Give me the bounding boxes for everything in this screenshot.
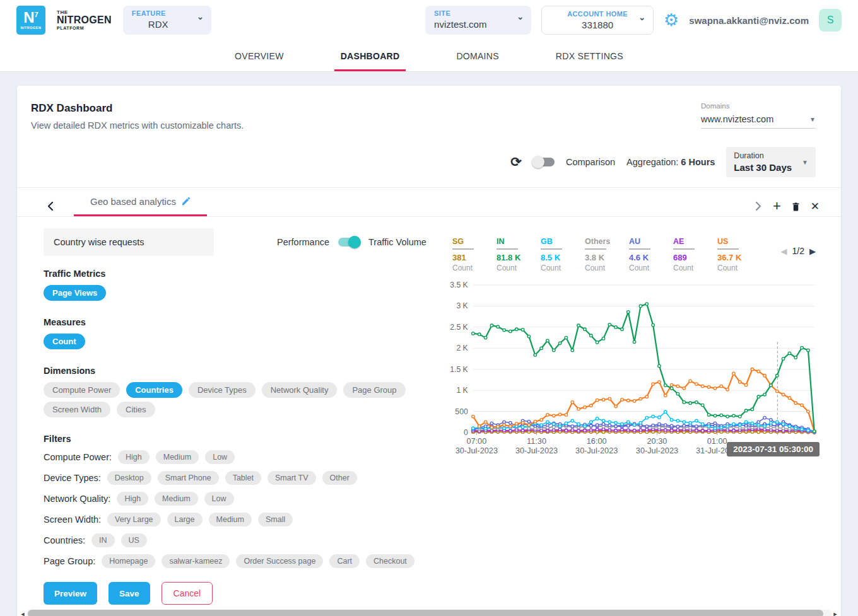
legend-unit: Count <box>541 264 585 272</box>
legend-next-icon[interactable]: ▶ <box>809 247 816 256</box>
widget-tab-geo-based-analytics[interactable]: Geo based analytics <box>74 196 207 216</box>
svg-text:1 K: 1 K <box>456 386 467 395</box>
filter-chip-high[interactable]: High <box>118 450 150 464</box>
traffic-metrics-heading: Traffic Metrics <box>44 269 433 279</box>
filter-chip-very-large[interactable]: Very Large <box>107 513 160 526</box>
chip-network-quality[interactable]: Network Quality <box>262 382 338 398</box>
legend-value: 689 <box>673 253 717 262</box>
chip-screen-width[interactable]: Screen Width <box>44 402 110 417</box>
filter-chip-medium[interactable]: Medium <box>155 492 197 506</box>
legend-underline <box>452 248 474 250</box>
nitrogen-logo[interactable]: N7 NITROGEN <box>16 6 45 35</box>
filter-row: Device Types:DesktopSmart PhoneTabletSma… <box>44 471 433 485</box>
legend-item-ae[interactable]: AE689Count <box>673 237 717 272</box>
domains-label: Domains <box>701 102 816 110</box>
performance-label: Performance <box>277 237 329 247</box>
legend-underline <box>717 248 739 250</box>
horizontal-scrollbar[interactable]: ◄ ► <box>20 608 838 616</box>
filter-label: Network Quality: <box>44 494 110 504</box>
svg-text:500: 500 <box>455 407 468 416</box>
performance-traffic-toggle[interactable] <box>338 238 360 247</box>
nav-tab-rdx-settings[interactable]: RDX SETTINGS <box>549 40 630 71</box>
svg-text:07:00: 07:00 <box>466 437 486 446</box>
chip-countries[interactable]: Countries <box>126 382 182 398</box>
add-widget-icon[interactable]: + <box>773 199 781 213</box>
settings-gear-icon[interactable]: ⚙ <box>664 12 679 29</box>
svg-text:30-Jul-2023: 30-Jul-2023 <box>515 446 558 455</box>
filter-chip-high[interactable]: High <box>117 492 148 506</box>
filter-chip-cart[interactable]: Cart <box>329 554 360 568</box>
filter-chip-other[interactable]: Other <box>322 471 357 485</box>
filter-chip-medium[interactable]: Medium <box>156 450 199 464</box>
scrollbar-thumb[interactable] <box>28 610 823 616</box>
close-icon[interactable]: ✕ <box>811 201 820 212</box>
scroll-left-icon[interactable]: ◄ <box>20 611 26 616</box>
chip-compute-power[interactable]: Compute Power <box>44 382 120 398</box>
filter-chip-order-success-page[interactable]: Order Success page <box>236 554 323 568</box>
svg-text:30-Jul-2023: 30-Jul-2023 <box>575 446 618 455</box>
filter-chip-in[interactable]: IN <box>91 533 115 547</box>
legend-item-sg[interactable]: SG381Count <box>452 237 497 272</box>
duration-select[interactable]: Duration Last 30 Days ▼ <box>726 147 816 177</box>
chip-page-group[interactable]: Page Group <box>343 382 405 398</box>
chevron-down-icon: ⌄ <box>517 12 524 21</box>
traffic-volume-label: Traffic Volume <box>368 237 426 247</box>
legend-item-us[interactable]: US36.7 KCount <box>717 237 761 272</box>
feature-select[interactable]: FEATURE RDX ⌄ <box>123 6 211 35</box>
legend-underline <box>673 248 695 250</box>
legend-item-in[interactable]: IN81.8 KCount <box>497 237 541 272</box>
scroll-right-icon[interactable]: ► <box>832 611 838 616</box>
site-select[interactable]: SITE nviztest.com ⌄ <box>425 6 531 35</box>
filter-chip-smart-tv[interactable]: Smart TV <box>267 471 316 485</box>
chart-legend: SG381CountIN81.8 KCountGB8.5 KCountOther… <box>444 228 822 275</box>
comparison-toggle[interactable] <box>533 158 555 166</box>
chip-page-views[interactable]: Page Views <box>44 285 106 301</box>
filter-chip-us[interactable]: US <box>121 533 147 547</box>
account-home-select[interactable]: ACCOUNT HOME 331880 ⌄ <box>541 6 654 35</box>
filter-chip-desktop[interactable]: Desktop <box>107 471 151 485</box>
widget-tabs-next-icon[interactable] <box>754 201 763 211</box>
filter-label: Page Group: <box>44 556 95 566</box>
brand-text: THE NITROGEN PLATFORM <box>57 10 112 31</box>
legend-prev-icon[interactable]: ◀ <box>781 247 787 256</box>
refresh-icon[interactable]: ⟳ <box>510 154 522 170</box>
filter-chip-homepage[interactable]: Homepage <box>102 554 155 568</box>
filter-chip-large[interactable]: Large <box>167 513 203 526</box>
filter-chip-low[interactable]: Low <box>205 450 235 464</box>
domains-select[interactable]: www.nviztest.com ▼ <box>701 110 816 129</box>
logo-symbol: N7 <box>23 10 38 25</box>
chip-cities[interactable]: Cities <box>117 402 155 417</box>
cancel-button[interactable]: Cancel <box>162 582 213 605</box>
legend-item-gb[interactable]: GB8.5 KCount <box>541 237 585 272</box>
legend-item-au[interactable]: AU4.6 KCount <box>629 237 673 272</box>
filter-row: Page Group:Homepagesalwar-kameezOrder Su… <box>44 554 433 568</box>
filter-chip-low[interactable]: Low <box>204 492 234 506</box>
legend-item-others[interactable]: Others3.8 KCount <box>585 237 629 272</box>
filter-chip-smart-phone[interactable]: Smart Phone <box>158 471 219 485</box>
svg-text:2.5 K: 2.5 K <box>450 323 468 332</box>
legend-code: AU <box>629 237 673 246</box>
widget-tabs-prev-icon[interactable] <box>46 201 55 211</box>
nav-tab-dashboard[interactable]: DASHBOARD <box>334 40 406 71</box>
preview-button[interactable]: Preview <box>44 582 97 605</box>
scrollbar-track[interactable] <box>26 610 832 616</box>
save-button[interactable]: Save <box>109 582 150 605</box>
nav-tab-overview[interactable]: OVERVIEW <box>228 40 290 71</box>
filter-chip-medium[interactable]: Medium <box>209 513 252 526</box>
nav-tab-domains[interactable]: DOMAINS <box>450 40 505 71</box>
chip-device-types[interactable]: Device Types <box>189 382 256 398</box>
avatar[interactable]: S <box>819 9 842 32</box>
legend-code: US <box>717 237 761 246</box>
chip-count[interactable]: Count <box>44 334 85 349</box>
filter-chip-checkout[interactable]: Checkout <box>366 554 414 568</box>
filter-chip-salwar-kameez[interactable]: salwar-kameez <box>162 554 230 568</box>
filter-chip-small[interactable]: Small <box>258 513 293 526</box>
svg-text:30-Jul-2023: 30-Jul-2023 <box>455 446 498 455</box>
filter-chip-tablet[interactable]: Tablet <box>225 471 261 485</box>
edit-pencil-icon[interactable] <box>181 197 191 206</box>
delete-trash-icon[interactable] <box>791 201 801 212</box>
line-chart[interactable]: 3.5 K3 K2.5 K2 K1.5 K1 K500007:0030-Jul-… <box>444 276 822 475</box>
widget-name-input[interactable]: Country wise requests <box>44 228 214 256</box>
filter-row: Countries:INUS <box>44 533 433 547</box>
page-heading: RDX Dashboard View detailed RDX metrics … <box>31 102 244 131</box>
